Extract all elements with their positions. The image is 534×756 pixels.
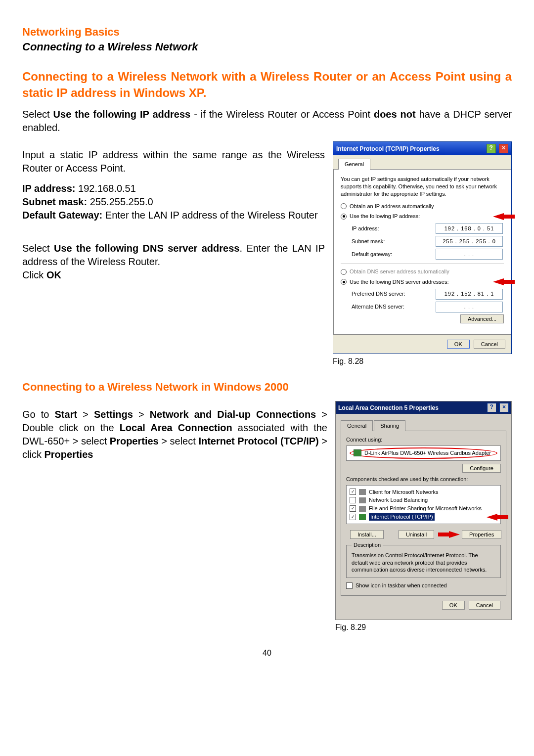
pdns-field-input[interactable]: 192 . 152 . 81 . 1 — [436, 289, 503, 300]
red-arrow-icon — [487, 514, 497, 521]
section-title-2: Connecting to a Wireless Network in Wind… — [22, 380, 512, 395]
paragraph-1: Select Use the following IP address - if… — [22, 108, 512, 134]
pdns-field-label: Preferred DNS server: — [352, 290, 436, 298]
list-item[interactable]: Network Load Balancing — [350, 496, 497, 504]
gateway-label: Default Gateway: — [22, 210, 102, 221]
component-icon — [359, 514, 366, 520]
close-icon[interactable]: × — [499, 403, 509, 412]
paragraph-w2k: Go to Start > Settings > Network and Dia… — [22, 408, 327, 461]
list-item[interactable]: Client for Microsoft Networks — [350, 489, 497, 496]
w2k-h: Local Area Connection — [120, 422, 232, 433]
gw-field-label: Default gateway: — [352, 251, 436, 258]
close-icon[interactable]: × — [499, 144, 508, 153]
lan-properties-dialog: Local Area Connection 5 Properties ? × G… — [335, 401, 512, 620]
tab-general[interactable]: General — [341, 420, 373, 431]
w2k-n: Properties — [44, 449, 93, 460]
radio-manual-ip[interactable]: Use the following IP address: — [341, 213, 504, 220]
paragraph-2: Input a static IP address within the sam… — [22, 148, 325, 175]
ip-field-input[interactable]: 192 . 168 . 0 . 51 — [436, 223, 503, 234]
page-number: 40 — [22, 648, 512, 659]
properties-button[interactable]: Properties — [462, 530, 501, 539]
dialog-titlebar: Internet Protocol (TCP/IP) Properties ? … — [333, 142, 511, 155]
radio-manual-dns-label: Use the following DNS server addresses: — [350, 278, 449, 286]
show-icon-label: Show icon in taskbar when connected — [356, 582, 447, 589]
advanced-button[interactable]: Advanced... — [460, 314, 504, 323]
adns-field-input[interactable]: . . . — [436, 302, 503, 312]
checkbox-icon[interactable] — [346, 582, 353, 589]
show-icon-row[interactable]: Show icon in taskbar when connected — [346, 582, 501, 589]
component-icon — [359, 497, 366, 503]
c1: Client for Microsoft Networks — [369, 489, 439, 496]
red-arrow-icon — [493, 213, 504, 220]
w2k-a: Go to — [22, 409, 55, 420]
dialog-panel: You can get IP settings assigned automat… — [333, 169, 511, 335]
paragraph-3: Select Use the following DNS server addr… — [22, 242, 325, 282]
subnet-value: 255.255.255.0 — [87, 196, 153, 207]
cancel-button[interactable]: Cancel — [474, 340, 505, 349]
checkbox-icon[interactable] — [350, 497, 356, 503]
figure-caption-2: Fig. 8.29 — [335, 622, 512, 633]
connect-using-label: Connect using: — [346, 436, 501, 444]
radio-manual-dns[interactable]: Use the following DNS server addresses: — [341, 278, 504, 286]
tab-sharing[interactable]: Sharing — [374, 420, 405, 431]
help-icon[interactable]: ? — [487, 403, 496, 412]
radio-icon — [341, 269, 347, 275]
checkbox-icon[interactable] — [350, 489, 356, 495]
w2k-b: Start — [55, 409, 78, 420]
radio-auto-dns: Obtain DNS server address automatically — [341, 268, 504, 275]
dialog2-titlebar: Local Area Connection 5 Properties ? × — [336, 401, 511, 414]
w2k-c: > — [77, 409, 94, 420]
ok-button[interactable]: OK — [447, 340, 470, 349]
radio-icon — [341, 203, 347, 209]
gw-field-input[interactable]: . . . — [436, 249, 503, 260]
mask-field-input[interactable]: 255 . 255 . 255 . 0 — [436, 236, 503, 247]
adapter-box[interactable]: D-Link AirPlus DWL-650+ Wireless Cardbus… — [346, 445, 501, 461]
configure-button[interactable]: Configure — [462, 464, 501, 473]
red-arrow-icon — [493, 278, 504, 285]
p1-c: - if the Wireless Router or Access Point — [190, 109, 374, 120]
adns-field-label: Alternate DNS server: — [352, 303, 436, 311]
radio-auto-label: Obtain an IP address automatically — [350, 203, 434, 210]
w2k-f: Network and Dial-up Connections — [150, 409, 316, 420]
w2k-k: > select — [159, 436, 199, 446]
cancel-button[interactable]: Cancel — [469, 601, 500, 610]
w2k-j: Properties — [110, 436, 159, 446]
components-list[interactable]: Client for Microsoft Networks Network Lo… — [346, 485, 501, 524]
ip-addr-value: 192.168.0.51 — [75, 183, 135, 194]
list-item[interactable]: Internet Protocol (TCP/IP) — [350, 513, 497, 521]
w2k-l: Internet Protocol (TCP/IP) — [198, 436, 318, 446]
p1-d: does not — [374, 109, 416, 120]
p4-b: OK — [46, 269, 61, 280]
desc-body: Transmission Control Protocol/Internet P… — [352, 552, 495, 574]
p1-a: Select — [22, 109, 53, 120]
gateway-value: Enter the LAN IP address of the Wireless… — [102, 210, 317, 221]
p4-a: Click — [22, 269, 46, 280]
description-fieldset: Description Transmission Control Protoco… — [346, 545, 501, 578]
p3-b: Use the following DNS server address — [54, 243, 239, 254]
tab-general[interactable]: General — [338, 159, 370, 170]
radio-auto-ip[interactable]: Obtain an IP address automatically — [341, 203, 504, 210]
figure-caption-1: Fig. 8.28 — [333, 356, 512, 367]
dialog-intro: You can get IP settings assigned automat… — [341, 176, 504, 198]
uninstall-button[interactable]: Uninstall — [399, 530, 434, 539]
component-icon — [359, 489, 366, 495]
install-button[interactable]: Install... — [350, 530, 384, 539]
checkbox-icon[interactable] — [350, 505, 356, 512]
dialog-title-text: Internet Protocol (TCP/IP) Properties — [336, 145, 440, 153]
desc-legend: Description — [352, 541, 383, 549]
p1-b: Use the following IP address — [53, 109, 191, 120]
list-item[interactable]: File and Printer Sharing for Microsoft N… — [350, 505, 497, 512]
ok-button[interactable]: OK — [442, 601, 465, 610]
ip-addr-label: IP address: — [22, 183, 75, 194]
c4: Internet Protocol (TCP/IP) — [369, 513, 435, 521]
tab-strip: General — [333, 155, 511, 169]
checkbox-icon[interactable] — [350, 514, 356, 520]
section-title-1: Connecting to a Wireless Network with a … — [22, 69, 512, 101]
help-icon[interactable]: ? — [487, 144, 496, 153]
dialog2-title-text: Local Area Connection 5 Properties — [338, 404, 439, 412]
ip-field-label: IP address: — [352, 225, 436, 232]
w2k-d: Settings — [94, 409, 133, 420]
radio-icon-selected — [341, 214, 347, 220]
subnet-label: Subnet mask: — [22, 196, 87, 207]
nic-icon — [354, 449, 361, 456]
